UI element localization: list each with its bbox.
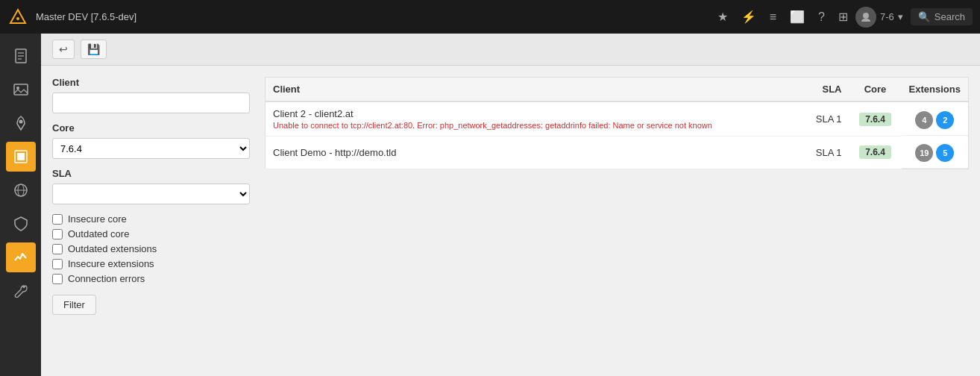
page-content: Client Core 7.6.4 7.6.3 7.6.2 SLA SLA 1 … bbox=[41, 66, 980, 326]
extensions-cell: 4 2 bbox=[902, 102, 969, 136]
main-layout: ↩ 💾 Client Core 7.6.4 7.6.3 7.6.2 SLA SL… bbox=[0, 34, 980, 376]
checkbox-group: Insecure core Outdated core Outdated ext… bbox=[52, 213, 250, 284]
clients-table: Client SLA Core Extensions Client 2 - cl… bbox=[265, 77, 969, 169]
insecure-core-label: Insecure core bbox=[68, 213, 127, 225]
core-filter-label: Core bbox=[52, 122, 250, 134]
outdated-extensions-label: Outdated extensions bbox=[68, 243, 157, 254]
sla-filter-label: SLA bbox=[52, 168, 250, 179]
search-label: Search bbox=[935, 11, 965, 22]
sidebar-item-monitor[interactable] bbox=[6, 242, 36, 272]
app-logo[interactable] bbox=[7, 7, 28, 28]
th-extensions: Extensions bbox=[902, 78, 969, 102]
extensions-cell: 19 5 bbox=[902, 137, 969, 169]
table-row[interactable]: Client 2 - client2.at Unable to connect … bbox=[266, 101, 969, 137]
core-select[interactable]: 7.6.4 7.6.3 7.6.2 bbox=[52, 138, 250, 159]
back-button[interactable]: ↩ bbox=[52, 40, 75, 59]
navbar-icons: ★ ⚡ ≡ ⬜ ? ⊞ bbox=[717, 10, 848, 24]
th-client: Client bbox=[266, 78, 797, 102]
app-title: Master DEV [7.6.5-dev] bbox=[36, 11, 136, 22]
sidebar-item-rocket[interactable] bbox=[6, 108, 36, 138]
outdated-core-checkbox[interactable] bbox=[52, 229, 63, 239]
client-filter-label: Client bbox=[52, 77, 250, 88]
insecure-extensions-label: Insecure extensions bbox=[68, 258, 154, 269]
th-core: Core bbox=[849, 78, 902, 102]
svg-point-9 bbox=[19, 120, 22, 124]
outdated-core-filter[interactable]: Outdated core bbox=[52, 228, 250, 239]
core-cell: 7.6.4 bbox=[849, 101, 902, 137]
svg-point-2 bbox=[863, 13, 869, 19]
extensions-count-badge: 4 bbox=[915, 111, 933, 129]
sla-select[interactable]: SLA 1 SLA 2 bbox=[52, 184, 250, 204]
help-icon[interactable]: ? bbox=[818, 10, 825, 24]
star-icon[interactable]: ★ bbox=[717, 10, 728, 24]
sidebar-item-globe[interactable] bbox=[6, 175, 36, 205]
client-error: Unable to connect to tcp://client2.at:80… bbox=[273, 121, 790, 130]
insecure-extensions-filter[interactable]: Insecure extensions bbox=[52, 258, 250, 269]
sidebar bbox=[0, 34, 41, 376]
sidebar-item-box[interactable] bbox=[6, 142, 36, 172]
save-button[interactable]: 💾 bbox=[81, 40, 107, 59]
sidebar-item-image[interactable] bbox=[6, 75, 36, 104]
sla-cell: SLA 1 bbox=[797, 137, 849, 169]
data-table: Client SLA Core Extensions Client 2 - cl… bbox=[265, 77, 969, 315]
user-menu[interactable]: 7-6 ▾ bbox=[855, 7, 903, 28]
toolbar: ↩ 💾 bbox=[41, 34, 980, 66]
search-box[interactable]: 🔍 Search bbox=[911, 8, 973, 25]
core-version-badge: 7.6.4 bbox=[859, 145, 891, 159]
extensions-update-badge: 2 bbox=[936, 111, 954, 129]
filter-panel: Client Core 7.6.4 7.6.3 7.6.2 SLA SLA 1 … bbox=[52, 77, 250, 315]
svg-point-1 bbox=[16, 17, 19, 20]
grid-icon[interactable]: ⊞ bbox=[838, 10, 848, 24]
client-cell: Client Demo - http://demo.tld bbox=[266, 137, 797, 169]
svg-marker-0 bbox=[10, 10, 25, 23]
client-name: Client 2 - client2.at bbox=[273, 108, 790, 119]
sla-cell: SLA 1 bbox=[797, 101, 849, 137]
extensions-update-badge: 5 bbox=[936, 144, 954, 162]
dropdown-arrow: ▾ bbox=[898, 11, 903, 22]
avatar bbox=[855, 7, 876, 28]
table-header-row: Client SLA Core Extensions bbox=[266, 78, 969, 102]
user-label: 7-6 bbox=[880, 11, 894, 22]
table-row[interactable]: Client Demo - http://demo.tld SLA 1 7.6.… bbox=[266, 137, 969, 169]
core-version-badge: 7.6.4 bbox=[859, 113, 891, 126]
client-cell: Client 2 - client2.at Unable to connect … bbox=[266, 101, 797, 137]
extensions-count-badge: 19 bbox=[915, 144, 933, 162]
connection-errors-checkbox[interactable] bbox=[52, 274, 63, 284]
insecure-extensions-checkbox[interactable] bbox=[52, 259, 63, 269]
outdated-extensions-checkbox[interactable] bbox=[52, 244, 63, 254]
sidebar-item-shield[interactable] bbox=[6, 209, 36, 239]
navbar: Master DEV [7.6.5-dev] ★ ⚡ ≡ ⬜ ? ⊞ 7-6 ▾… bbox=[0, 0, 980, 34]
outdated-core-label: Outdated core bbox=[68, 228, 129, 239]
connection-errors-filter[interactable]: Connection errors bbox=[52, 273, 250, 284]
th-sla: SLA bbox=[797, 78, 849, 102]
client-input[interactable] bbox=[52, 93, 250, 113]
search-icon: 🔍 bbox=[918, 11, 930, 22]
client-name: Client Demo - http://demo.tld bbox=[273, 147, 790, 158]
core-cell: 7.6.4 bbox=[849, 137, 902, 169]
connection-errors-label: Connection errors bbox=[68, 273, 145, 284]
menu-icon[interactable]: ≡ bbox=[770, 10, 776, 24]
bolt-icon[interactable]: ⚡ bbox=[741, 10, 756, 24]
outdated-extensions-filter[interactable]: Outdated extensions bbox=[52, 243, 250, 254]
sidebar-item-document[interactable] bbox=[6, 41, 36, 71]
insecure-core-filter[interactable]: Insecure core bbox=[52, 213, 250, 225]
layout-icon[interactable]: ⬜ bbox=[790, 10, 805, 24]
insecure-core-checkbox[interactable] bbox=[52, 214, 63, 225]
svg-rect-7 bbox=[14, 84, 28, 95]
filter-button[interactable]: Filter bbox=[52, 295, 96, 315]
svg-rect-11 bbox=[17, 153, 25, 160]
sidebar-item-wrench[interactable] bbox=[6, 276, 36, 306]
